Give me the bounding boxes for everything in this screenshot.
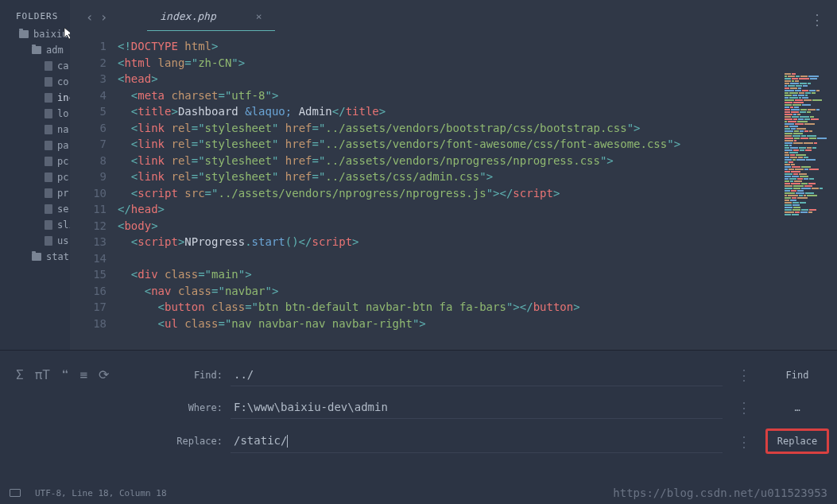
file-icon <box>45 220 52 230</box>
sidebar-item-co[interactable]: co <box>0 74 70 90</box>
editor: ‹ › index.php × ⋮ 1234567891011121314151… <box>70 0 837 350</box>
nav-back[interactable]: ‹ <box>86 10 94 25</box>
find-button[interactable]: Find <box>765 365 829 386</box>
status-text: UTF-8, Line 18, Column 18 <box>35 488 167 498</box>
where-input[interactable] <box>231 396 723 419</box>
status-bar: UTF-8, Line 18, Column 18 https://blog.c… <box>0 482 837 504</box>
sidebar-item-pc[interactable]: pc <box>0 169 70 185</box>
where-label: Where: <box>175 402 223 413</box>
replace-options-icon[interactable]: ⋮ <box>730 433 758 450</box>
sidebar-item-na[interactable]: na <box>0 122 70 138</box>
sidebar-item-us[interactable]: us <box>0 233 70 249</box>
file-icon <box>45 188 52 198</box>
sidebar-item-sli[interactable]: sli <box>0 217 70 233</box>
text-size-icon[interactable]: πT <box>35 367 50 382</box>
list-icon[interactable]: ≡ <box>80 367 88 382</box>
file-icon <box>45 236 52 246</box>
file-icon <box>45 204 52 214</box>
find-input[interactable] <box>231 363 723 386</box>
sidebar-item-pr[interactable]: pr <box>0 185 70 201</box>
sidebar-item-se[interactable]: se <box>0 201 70 217</box>
sidebar-item-pa[interactable]: pa <box>0 138 70 153</box>
folders-header: FOLDERS <box>0 6 70 26</box>
minimap[interactable] <box>785 73 832 216</box>
sidebar: FOLDERS baixiu-admcacoinclonapapcpcprses… <box>0 0 70 350</box>
file-icon <box>45 93 52 103</box>
file-icon <box>45 173 52 182</box>
file-icon <box>45 125 52 134</box>
sidebar-item-baixiu-[interactable]: baixiu- <box>0 26 70 42</box>
sidebar-item-lo[interactable]: lo <box>0 106 70 122</box>
replace-button[interactable]: Replace <box>765 428 829 454</box>
sidebar-item-ca[interactable]: ca <box>0 58 70 74</box>
tab-label: index.php <box>160 10 215 22</box>
refresh-icon[interactable]: ⟳ <box>99 367 109 382</box>
sidebar-item-inc[interactable]: inc <box>0 90 70 106</box>
file-icon <box>45 109 52 118</box>
replace-label: Replace: <box>175 436 223 447</box>
file-icon <box>45 77 52 87</box>
file-icon <box>45 61 52 71</box>
find-replace-panel: Σ πT ❝ ≡ ⟳ Find: ⋮ Find Where: ⋮ … Repla… <box>0 350 837 473</box>
tab-bar: ‹ › index.php × ⋮ <box>70 0 837 33</box>
quote-icon[interactable]: ❝ <box>61 367 69 382</box>
sidebar-item-pc[interactable]: pc <box>0 153 70 169</box>
watermark: https://blog.csdn.net/u011523953 <box>613 487 827 499</box>
file-icon <box>45 157 52 166</box>
line-gutter: 123456789101112131415161718 <box>70 33 118 350</box>
code-content[interactable]: <!DOCTYPE html><html lang="zh-CN"><head>… <box>118 33 837 350</box>
folder-icon <box>32 253 41 261</box>
nav-forward[interactable]: › <box>100 10 108 25</box>
tab-close-icon[interactable]: × <box>256 10 262 22</box>
find-label: Find: <box>175 370 223 381</box>
sigma-icon[interactable]: Σ <box>16 367 24 382</box>
find-options-icon[interactable]: ⋮ <box>730 366 758 383</box>
more-icon[interactable]: ⋮ <box>810 11 824 28</box>
folder-icon <box>19 30 29 38</box>
sidebar-item-stat[interactable]: stat <box>0 249 70 265</box>
code-area[interactable]: 123456789101112131415161718 <!DOCTYPE ht… <box>70 33 837 350</box>
panel-icon[interactable] <box>10 489 21 497</box>
sidebar-item-adm[interactable]: adm <box>0 42 70 58</box>
folder-icon <box>32 46 41 54</box>
tab-index-php[interactable]: index.php × <box>147 2 274 31</box>
where-button[interactable]: … <box>765 397 829 418</box>
where-options-icon[interactable]: ⋮ <box>730 399 758 416</box>
file-icon <box>45 141 52 150</box>
replace-input[interactable]: /static/ <box>231 429 723 453</box>
